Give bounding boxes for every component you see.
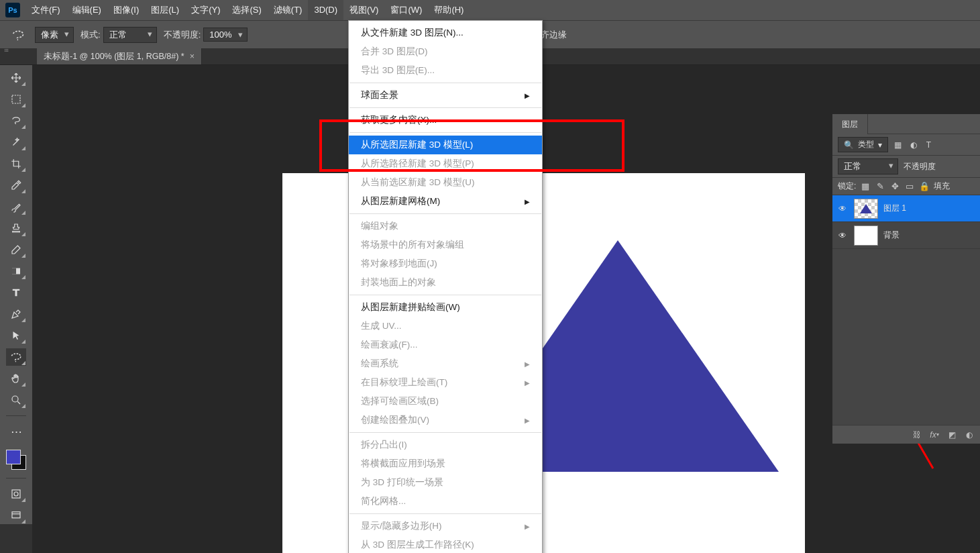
menu-item: 编组对象 xyxy=(349,217,542,236)
blend-mode-select[interactable]: 正常 xyxy=(838,158,898,174)
crop-tool[interactable] xyxy=(6,155,26,172)
lock-artboard-icon[interactable]: ▭ xyxy=(904,181,915,192)
options-mode-label: 模式: xyxy=(80,29,101,41)
svg-rect-3 xyxy=(12,268,16,274)
menu-item[interactable]: 获取更多内容(X)... xyxy=(349,111,542,130)
menu-item-label: 将对象移到地面(J) xyxy=(361,258,437,270)
pen-tool[interactable] xyxy=(6,305,26,323)
menu-item: 在目标纹理上绘画(T) xyxy=(349,373,542,392)
type-tool[interactable] xyxy=(6,284,26,301)
menu-item-label: 导出 3D 图层(E)... xyxy=(361,64,435,77)
menu-item: 将对象移到地面(J) xyxy=(349,254,542,273)
foreground-color[interactable] xyxy=(6,450,21,464)
toolbar-grip[interactable]: ⠿ xyxy=(2,48,9,53)
menu-item: 导出 3D 图层(E)... xyxy=(349,61,542,80)
menu-file[interactable]: 文件(F) xyxy=(25,0,66,20)
screen-mode-tool[interactable] xyxy=(6,507,26,524)
menu-item-label: 简化网格... xyxy=(361,495,406,507)
menu-item-label: 球面全景 xyxy=(361,89,398,101)
path-select-tool[interactable] xyxy=(6,327,26,344)
visibility-toggle[interactable]: 👁 xyxy=(836,203,849,215)
color-swatches[interactable] xyxy=(5,448,28,471)
menu-item-label: 从图层新建网格(M) xyxy=(361,195,440,207)
menu-layer[interactable]: 图层(L) xyxy=(145,0,185,20)
link-layers-icon[interactable]: ⛓ xyxy=(912,430,922,440)
menu-item[interactable]: 从图层新建拼贴绘画(W) xyxy=(349,298,542,317)
menu-item-label: 从图层新建拼贴绘画(W) xyxy=(361,301,460,313)
menu-item-label: 从当前选区新建 3D 模型(U) xyxy=(361,177,475,189)
layer-mask-icon[interactable]: ◩ xyxy=(946,430,957,440)
layers-blend-bar: 正常 不透明度 xyxy=(832,156,980,178)
stamp-tool[interactable] xyxy=(6,219,26,237)
layer-fx-icon[interactable]: fx▾ xyxy=(929,430,940,440)
close-icon[interactable]: × xyxy=(190,52,195,61)
menu-item: 从当前选区新建 3D 模型(U) xyxy=(349,173,542,192)
edit-toolbar[interactable]: ⋯ xyxy=(6,423,26,440)
menu-image[interactable]: 图像(I) xyxy=(107,0,145,20)
menu-window[interactable]: 窗口(W) xyxy=(384,0,428,20)
document-tab[interactable]: 未标题-1 @ 100% (图层 1, RGB/8#) * × xyxy=(37,48,202,64)
new-adjustment-icon[interactable]: ◐ xyxy=(964,430,975,440)
menu-item-label: 选择可绘画区域(B) xyxy=(361,395,439,407)
menu-item-label: 创建绘图叠加(V) xyxy=(361,414,429,426)
menu-item-label: 合并 3D 图层(D) xyxy=(361,46,428,58)
options-opacity-label: 不透明度: xyxy=(164,29,201,41)
lasso-tool[interactable] xyxy=(6,112,26,130)
layer-row[interactable]: 👁背景 xyxy=(832,222,980,249)
menu-item[interactable]: 从图层新建网格(M) xyxy=(349,192,542,211)
menu-filter[interactable]: 滤镜(T) xyxy=(268,0,309,20)
menu-item: 选择可绘画区域(B) xyxy=(349,392,542,411)
menu-item-label: 从所选路径新建 3D 模型(P) xyxy=(361,158,474,170)
gradient-tool[interactable] xyxy=(6,262,26,280)
layers-panel-tabs: 图层 xyxy=(832,114,980,134)
menu-item: 生成 UV... xyxy=(349,317,542,336)
lock-all-icon[interactable]: 🔒 xyxy=(919,181,930,192)
shape-tool[interactable] xyxy=(6,348,26,366)
move-tool[interactable] xyxy=(6,69,26,87)
hand-tool[interactable] xyxy=(6,370,26,387)
lock-pixels-icon[interactable]: ▦ xyxy=(860,181,871,192)
layers-lock-bar: 锁定: ▦ ✎ ✥ ▭ 🔒 填充 xyxy=(832,178,980,195)
visibility-toggle[interactable]: 👁 xyxy=(836,230,849,242)
menu-item-label: 从 3D 图层生成工作路径(K) xyxy=(361,539,474,551)
layers-list: 👁图层 1👁背景 xyxy=(832,195,980,425)
zoom-tool[interactable] xyxy=(6,391,26,409)
options-mode-select[interactable]: 正常 xyxy=(103,27,157,43)
menu-item[interactable]: 从文件新建 3D 图层(N)... xyxy=(349,23,542,42)
menu-view[interactable]: 视图(V) xyxy=(343,0,384,20)
menu-type[interactable]: 文字(Y) xyxy=(185,0,226,20)
layer-thumbnail xyxy=(854,199,878,219)
current-tool-icon[interactable] xyxy=(8,25,28,45)
brush-tool[interactable] xyxy=(6,198,26,215)
document-tab-title: 未标题-1 @ 100% (图层 1, RGB/8#) * xyxy=(44,51,184,62)
menu-item[interactable]: 球面全景 xyxy=(349,86,542,105)
filter-type-icon[interactable]: T xyxy=(923,139,934,150)
svg-rect-5 xyxy=(12,490,20,498)
menu-item-label: 绘画系统 xyxy=(361,358,398,370)
menu-edit[interactable]: 编辑(E) xyxy=(66,0,107,20)
marquee-tool[interactable] xyxy=(6,91,26,108)
filter-image-icon[interactable]: ▦ xyxy=(892,139,904,150)
magic-wand-tool[interactable] xyxy=(6,134,26,151)
menu-item: 将横截面应用到场景 xyxy=(349,454,542,473)
layer-row[interactable]: 👁图层 1 xyxy=(832,195,980,222)
layer-name: 背景 xyxy=(883,230,900,241)
options-opacity-select[interactable]: 100% xyxy=(203,28,247,42)
chevron-down-icon: ▾ xyxy=(878,140,882,150)
menu-item: 显示/隐藏多边形(H) xyxy=(349,517,542,536)
layers-panel: 图层 🔍 类型 ▾ ▦ ◐ T 正常 不透明度 锁定: ▦ ✎ ✥ ▭ 🔒 填充… xyxy=(832,114,980,444)
lock-position-icon[interactable]: ✥ xyxy=(889,181,900,192)
filter-adjust-icon[interactable]: ◐ xyxy=(908,139,919,150)
menu-item[interactable]: 从所选图层新建 3D 模型(L) xyxy=(349,136,542,154)
lock-paint-icon[interactable]: ✎ xyxy=(875,181,885,192)
eraser-tool[interactable] xyxy=(6,241,26,258)
menu-help[interactable]: 帮助(H) xyxy=(428,0,470,20)
menu-item-label: 为 3D 打印统一场景 xyxy=(361,476,443,489)
options-unit-select[interactable]: 像素 xyxy=(35,27,74,43)
menu-3d[interactable]: 3D(D) xyxy=(308,0,343,20)
menu-select[interactable]: 选择(S) xyxy=(226,0,267,20)
layers-tab[interactable]: 图层 xyxy=(832,114,868,134)
layers-filter-type[interactable]: 🔍 类型 ▾ xyxy=(838,137,888,152)
quick-mask-tool[interactable] xyxy=(6,485,26,503)
eyedropper-tool[interactable] xyxy=(6,177,26,194)
